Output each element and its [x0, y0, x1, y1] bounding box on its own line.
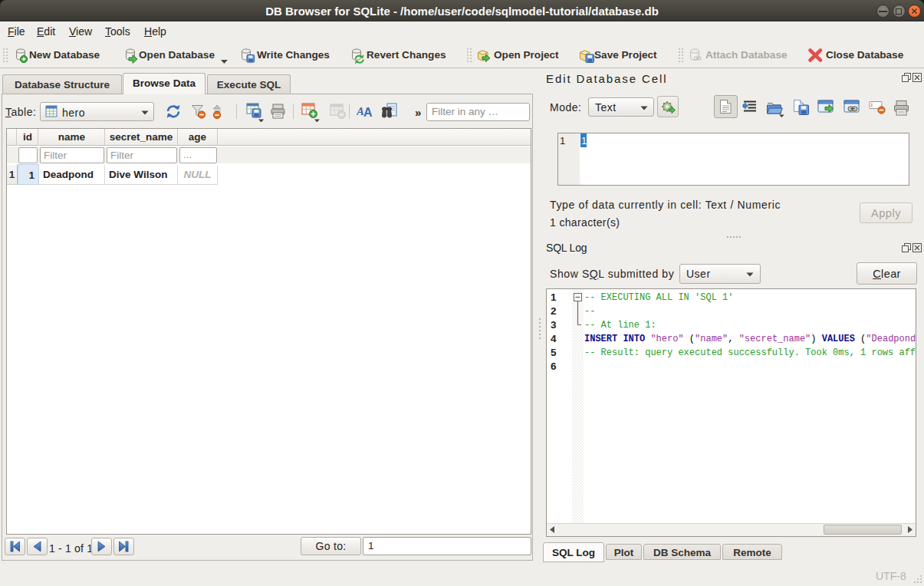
- svg-text:A: A: [363, 106, 373, 119]
- svg-text:Revert Changes: Revert Changes: [367, 49, 446, 61]
- svg-text:Write Changes: Write Changes: [257, 49, 330, 61]
- svg-text:Attach Database: Attach Database: [705, 49, 788, 61]
- svg-text:Open Project: Open Project: [494, 49, 559, 61]
- svg-text:Open Database: Open Database: [139, 49, 215, 61]
- svg-text:New Database: New Database: [29, 49, 100, 61]
- svg-text:Save Project: Save Project: [594, 49, 657, 61]
- svg-text:Close Database: Close Database: [826, 49, 904, 61]
